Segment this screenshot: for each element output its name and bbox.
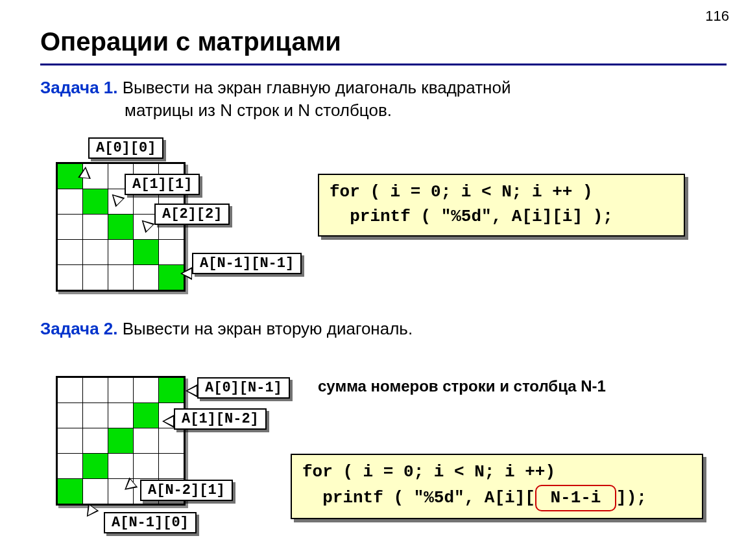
task2-text: Задача 2. Вывести на экран вторую диагон… (40, 318, 413, 340)
task1-line1: Вывести на экран главную диагональ квадр… (118, 78, 511, 97)
callout-an21: A[N-2][1] (140, 480, 233, 501)
callout-a1n2: A[1][N-2] (174, 408, 267, 430)
callout-a0n1: A[0][N-1] (197, 377, 290, 399)
callout-an10: A[N-1][0] (104, 512, 197, 533)
callout-a11: A[1][1] (125, 174, 200, 195)
task2-line: Вывести на экран вторую диагональ. (118, 319, 413, 338)
code2-line2-post: ]); (616, 488, 647, 508)
callout-a1n2-tail (162, 415, 174, 428)
page-number: 116 (705, 8, 729, 25)
note-sum: сумма номеров строки и столбца N-1 (318, 377, 606, 395)
task1-text: Задача 1. Вывести на экран главную диаго… (40, 76, 689, 122)
callout-an10-tail (82, 504, 99, 520)
callout-ann-tail (180, 267, 192, 280)
task2-label: Задача 2. (40, 319, 118, 338)
page-title: Операции с матрицами (40, 27, 341, 56)
code2-highlight: N-1-i (535, 485, 616, 512)
code2-line2: printf ( "%5d", A[i][ N-1-i ]); (302, 485, 692, 512)
callout-ann: A[N-1][N-1] (192, 253, 302, 274)
code2-line2-pre: printf ( "%5d", A[i][ (302, 488, 535, 508)
title-underline (40, 64, 727, 65)
code1-line2: printf ( "%5d", A[i][i] ); (330, 205, 673, 229)
code1-line1: for ( i = 0; i < N; i ++ ) (330, 180, 673, 205)
callout-a00: A[0][0] (88, 137, 163, 159)
callout-a22: A[2][2] (154, 204, 230, 225)
callout-a0n1-tail (186, 384, 197, 397)
callout-a00-tail (78, 166, 92, 179)
code-box-1: for ( i = 0; i < N; i ++ ) printf ( "%5d… (318, 174, 685, 237)
code2-line1: for ( i = 0; i < N; i ++) (302, 460, 692, 485)
code-box-2: for ( i = 0; i < N; i ++) printf ( "%5d"… (291, 454, 703, 519)
task1-line2: матрицы из N строк и N столбцов. (40, 100, 392, 120)
task1-label: Задача 1. (40, 78, 118, 97)
